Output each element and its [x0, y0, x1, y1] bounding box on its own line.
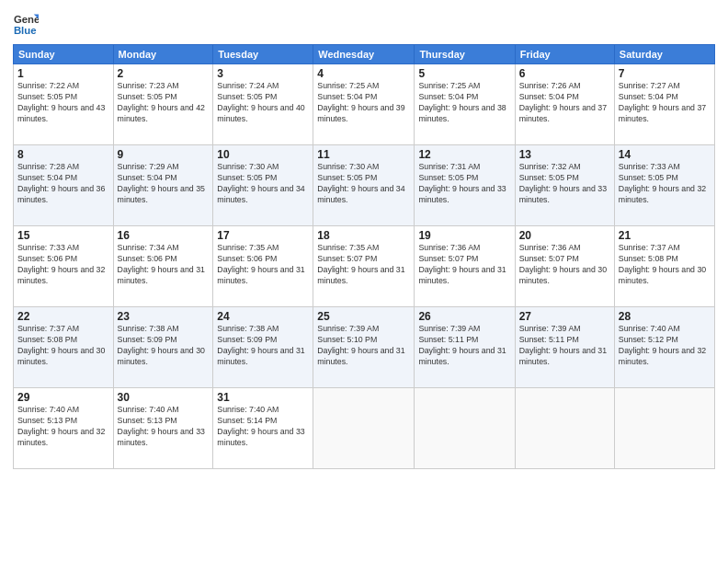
day-detail: Sunrise: 7:35 AMSunset: 5:07 PMDaylight:…	[317, 243, 410, 287]
day-cell: 17 Sunrise: 7:35 AMSunset: 5:06 PMDaylig…	[213, 226, 313, 307]
day-detail: Sunrise: 7:30 AMSunset: 5:05 PMDaylight:…	[317, 162, 410, 206]
day-cell: 5 Sunrise: 7:25 AMSunset: 5:04 PMDayligh…	[415, 64, 515, 145]
logo-icon: General Blue	[13, 11, 39, 37]
day-cell: 3 Sunrise: 7:24 AMSunset: 5:05 PMDayligh…	[213, 64, 313, 145]
logo: General Blue	[13, 11, 39, 37]
day-number: 25	[317, 310, 410, 323]
day-detail: Sunrise: 7:28 AMSunset: 5:04 PMDaylight:…	[17, 162, 109, 206]
day-cell: 29 Sunrise: 7:40 AMSunset: 5:13 PMDaylig…	[14, 388, 114, 469]
day-number: 3	[217, 67, 309, 80]
day-number: 22	[17, 310, 109, 323]
header: General Blue	[13, 11, 715, 37]
weekday-header-row: SundayMondayTuesdayWednesdayThursdayFrid…	[14, 45, 715, 64]
day-number: 10	[217, 148, 309, 161]
day-number: 8	[17, 148, 109, 161]
day-cell: 10 Sunrise: 7:30 AMSunset: 5:05 PMDaylig…	[213, 145, 313, 226]
day-detail: Sunrise: 7:30 AMSunset: 5:05 PMDaylight:…	[217, 162, 309, 206]
day-number: 5	[418, 67, 510, 80]
day-detail: Sunrise: 7:25 AMSunset: 5:04 PMDaylight:…	[317, 81, 410, 125]
day-detail: Sunrise: 7:23 AMSunset: 5:05 PMDaylight:…	[118, 81, 210, 125]
day-cell: 9 Sunrise: 7:29 AMSunset: 5:04 PMDayligh…	[113, 145, 213, 226]
day-number: 17	[217, 229, 309, 242]
day-cell	[313, 388, 415, 469]
calendar-table: SundayMondayTuesdayWednesdayThursdayFrid…	[13, 44, 715, 469]
day-cell	[515, 388, 614, 469]
day-number: 9	[118, 148, 210, 161]
day-detail: Sunrise: 7:35 AMSunset: 5:06 PMDaylight:…	[217, 243, 309, 287]
day-cell: 27 Sunrise: 7:39 AMSunset: 5:11 PMDaylig…	[515, 307, 614, 388]
day-detail: Sunrise: 7:32 AMSunset: 5:05 PMDaylight:…	[519, 162, 610, 206]
day-detail: Sunrise: 7:31 AMSunset: 5:05 PMDaylight:…	[418, 162, 510, 206]
day-cell: 18 Sunrise: 7:35 AMSunset: 5:07 PMDaylig…	[313, 226, 415, 307]
day-cell: 21 Sunrise: 7:37 AMSunset: 5:08 PMDaylig…	[614, 226, 714, 307]
day-number: 16	[118, 229, 210, 242]
weekday-header-thursday: Thursday	[415, 45, 515, 64]
day-number: 7	[619, 67, 711, 80]
day-cell: 19 Sunrise: 7:36 AMSunset: 5:07 PMDaylig…	[415, 226, 515, 307]
day-cell: 1 Sunrise: 7:22 AMSunset: 5:05 PMDayligh…	[14, 64, 114, 145]
day-detail: Sunrise: 7:34 AMSunset: 5:06 PMDaylight:…	[118, 243, 210, 287]
day-detail: Sunrise: 7:40 AMSunset: 5:13 PMDaylight:…	[17, 405, 109, 449]
week-row-3: 15 Sunrise: 7:33 AMSunset: 5:06 PMDaylig…	[14, 226, 715, 307]
day-number: 1	[17, 67, 109, 80]
day-number: 20	[519, 229, 610, 242]
day-cell: 8 Sunrise: 7:28 AMSunset: 5:04 PMDayligh…	[14, 145, 114, 226]
day-cell: 30 Sunrise: 7:40 AMSunset: 5:13 PMDaylig…	[113, 388, 213, 469]
day-number: 19	[418, 229, 510, 242]
day-detail: Sunrise: 7:36 AMSunset: 5:07 PMDaylight:…	[519, 243, 610, 287]
day-cell: 7 Sunrise: 7:27 AMSunset: 5:04 PMDayligh…	[614, 64, 714, 145]
week-row-2: 8 Sunrise: 7:28 AMSunset: 5:04 PMDayligh…	[14, 145, 715, 226]
day-number: 26	[418, 310, 510, 323]
day-detail: Sunrise: 7:37 AMSunset: 5:08 PMDaylight:…	[17, 324, 109, 368]
day-cell: 24 Sunrise: 7:38 AMSunset: 5:09 PMDaylig…	[213, 307, 313, 388]
day-cell: 2 Sunrise: 7:23 AMSunset: 5:05 PMDayligh…	[113, 64, 213, 145]
day-detail: Sunrise: 7:25 AMSunset: 5:04 PMDaylight:…	[418, 81, 510, 125]
day-number: 29	[17, 391, 109, 404]
day-cell: 6 Sunrise: 7:26 AMSunset: 5:04 PMDayligh…	[515, 64, 614, 145]
day-cell: 16 Sunrise: 7:34 AMSunset: 5:06 PMDaylig…	[113, 226, 213, 307]
day-detail: Sunrise: 7:40 AMSunset: 5:12 PMDaylight:…	[619, 324, 711, 368]
day-cell: 13 Sunrise: 7:32 AMSunset: 5:05 PMDaylig…	[515, 145, 614, 226]
weekday-header-friday: Friday	[515, 45, 614, 64]
day-detail: Sunrise: 7:37 AMSunset: 5:08 PMDaylight:…	[619, 243, 711, 287]
week-row-4: 22 Sunrise: 7:37 AMSunset: 5:08 PMDaylig…	[14, 307, 715, 388]
day-detail: Sunrise: 7:39 AMSunset: 5:11 PMDaylight:…	[519, 324, 610, 368]
day-detail: Sunrise: 7:33 AMSunset: 5:05 PMDaylight:…	[619, 162, 711, 206]
day-cell: 28 Sunrise: 7:40 AMSunset: 5:12 PMDaylig…	[614, 307, 714, 388]
day-cell: 22 Sunrise: 7:37 AMSunset: 5:08 PMDaylig…	[14, 307, 114, 388]
day-cell	[614, 388, 714, 469]
day-number: 12	[418, 148, 510, 161]
day-number: 27	[519, 310, 610, 323]
day-detail: Sunrise: 7:29 AMSunset: 5:04 PMDaylight:…	[118, 162, 210, 206]
day-number: 11	[317, 148, 410, 161]
day-cell: 4 Sunrise: 7:25 AMSunset: 5:04 PMDayligh…	[313, 64, 415, 145]
weekday-header-sunday: Sunday	[14, 45, 114, 64]
svg-text:General: General	[14, 14, 39, 25]
day-detail: Sunrise: 7:39 AMSunset: 5:11 PMDaylight:…	[418, 324, 510, 368]
day-number: 4	[317, 67, 410, 80]
weekday-header-saturday: Saturday	[614, 45, 714, 64]
day-number: 24	[217, 310, 309, 323]
day-cell: 26 Sunrise: 7:39 AMSunset: 5:11 PMDaylig…	[415, 307, 515, 388]
day-cell: 15 Sunrise: 7:33 AMSunset: 5:06 PMDaylig…	[14, 226, 114, 307]
day-number: 15	[17, 229, 109, 242]
svg-text:Blue: Blue	[14, 25, 37, 36]
week-row-1: 1 Sunrise: 7:22 AMSunset: 5:05 PMDayligh…	[14, 64, 715, 145]
day-detail: Sunrise: 7:26 AMSunset: 5:04 PMDaylight:…	[519, 81, 610, 125]
day-detail: Sunrise: 7:40 AMSunset: 5:14 PMDaylight:…	[217, 405, 309, 449]
weekday-header-tuesday: Tuesday	[213, 45, 313, 64]
day-cell: 12 Sunrise: 7:31 AMSunset: 5:05 PMDaylig…	[415, 145, 515, 226]
day-detail: Sunrise: 7:36 AMSunset: 5:07 PMDaylight:…	[418, 243, 510, 287]
weekday-header-wednesday: Wednesday	[313, 45, 415, 64]
day-detail: Sunrise: 7:22 AMSunset: 5:05 PMDaylight:…	[17, 81, 109, 125]
day-cell: 23 Sunrise: 7:38 AMSunset: 5:09 PMDaylig…	[113, 307, 213, 388]
day-number: 31	[217, 391, 309, 404]
day-detail: Sunrise: 7:40 AMSunset: 5:13 PMDaylight:…	[118, 405, 210, 449]
day-cell: 25 Sunrise: 7:39 AMSunset: 5:10 PMDaylig…	[313, 307, 415, 388]
day-number: 14	[619, 148, 711, 161]
week-row-5: 29 Sunrise: 7:40 AMSunset: 5:13 PMDaylig…	[14, 388, 715, 469]
day-detail: Sunrise: 7:38 AMSunset: 5:09 PMDaylight:…	[217, 324, 309, 368]
day-number: 28	[619, 310, 711, 323]
day-cell: 11 Sunrise: 7:30 AMSunset: 5:05 PMDaylig…	[313, 145, 415, 226]
day-detail: Sunrise: 7:27 AMSunset: 5:04 PMDaylight:…	[619, 81, 711, 125]
